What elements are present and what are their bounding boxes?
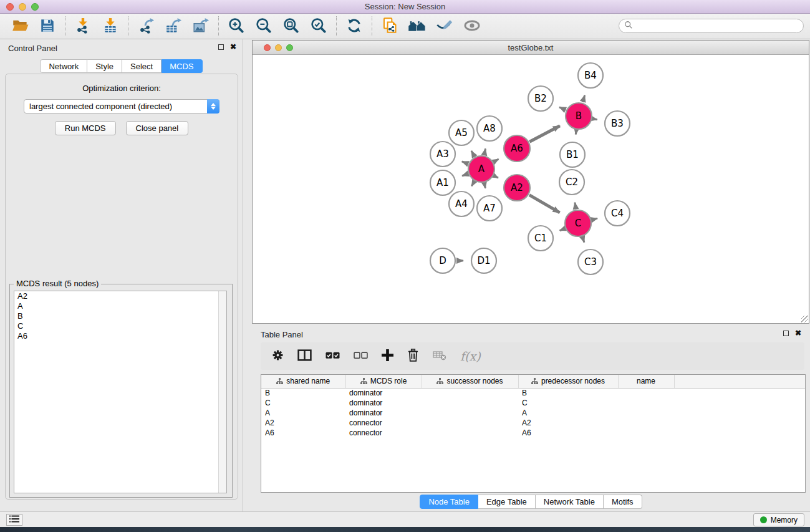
- edge-A-A6[interactable]: [494, 159, 499, 162]
- tab-node-table[interactable]: Node Table: [420, 495, 478, 509]
- delete-table-button[interactable]: [433, 351, 446, 362]
- export-image-button[interactable]: [187, 16, 215, 37]
- zoom-fit-button[interactable]: [277, 16, 305, 37]
- float-panel-icon[interactable]: [218, 44, 224, 50]
- edge-C-C2[interactable]: [575, 203, 576, 210]
- node-A4[interactable]: A4: [449, 191, 474, 216]
- edge-A-A2[interactable]: [494, 176, 498, 178]
- node-B2[interactable]: B2: [528, 86, 553, 111]
- node-C2[interactable]: C2: [559, 170, 584, 195]
- table-cell[interactable]: B: [261, 388, 345, 398]
- node-A7[interactable]: A7: [477, 196, 502, 221]
- edge-A-A8[interactable]: [485, 148, 486, 155]
- node-C4[interactable]: C4: [605, 201, 630, 226]
- table-row[interactable]: Cdominator41C: [261, 398, 805, 408]
- table-row[interactable]: A6connector11A6: [261, 428, 805, 438]
- close-panel-button[interactable]: Close panel: [126, 121, 189, 135]
- window-resize-grip[interactable]: [801, 316, 808, 322]
- table-cell[interactable]: C: [261, 398, 345, 408]
- edge-A6-B[interactable]: [529, 126, 560, 142]
- show-graphics-details-button[interactable]: [458, 16, 486, 37]
- tab-motifs[interactable]: Motifs: [604, 495, 642, 509]
- export-network-button[interactable]: [132, 16, 160, 37]
- table-cell[interactable]: C: [518, 398, 618, 408]
- edge-C-C4[interactable]: [592, 218, 597, 220]
- table-settings-button[interactable]: [272, 349, 284, 363]
- table-cell[interactable]: 1: [513, 414, 806, 424]
- search-input[interactable]: [633, 22, 789, 31]
- node-B3[interactable]: B3: [605, 111, 630, 136]
- edge-B-B4[interactable]: [582, 95, 584, 102]
- select-all-button[interactable]: [325, 352, 340, 361]
- network-canvas[interactable]: B4B2BB3A8A5A6B1A3AC2A1A2A4A7C4CC1C3DD1: [253, 55, 809, 323]
- table-cell[interactable]: dominator: [345, 388, 422, 398]
- column-header-MCDS-role[interactable]: MCDS role: [345, 375, 422, 388]
- function-builder-button[interactable]: f(x): [460, 349, 481, 363]
- show-panels-button[interactable]: [6, 514, 22, 526]
- edge-B-B2[interactable]: [559, 107, 566, 110]
- node-A1[interactable]: A1: [430, 170, 455, 195]
- tab-network[interactable]: Network: [40, 59, 87, 73]
- edge-A-A7[interactable]: [485, 183, 486, 188]
- network-window-titlebar[interactable]: testGlobe.txt: [253, 41, 809, 55]
- node-A5[interactable]: A5: [449, 120, 474, 145]
- table-cell[interactable]: A6: [518, 428, 618, 438]
- list-item[interactable]: B: [14, 311, 226, 321]
- node-A[interactable]: A: [468, 156, 494, 182]
- export-table-button[interactable]: [160, 16, 187, 37]
- houses-button[interactable]: [403, 16, 431, 37]
- edge-C-C1[interactable]: [560, 229, 565, 231]
- import-table-button[interactable]: [97, 16, 124, 37]
- zoom-out-button[interactable]: [250, 16, 277, 37]
- result-list-scrollbar[interactable]: [218, 291, 226, 493]
- edge-A2-C[interactable]: [529, 195, 560, 213]
- tab-mcds[interactable]: MCDS: [162, 59, 202, 73]
- node-B[interactable]: B: [566, 103, 592, 129]
- add-column-button[interactable]: [382, 349, 393, 363]
- table-cell[interactable]: dominator: [345, 408, 422, 418]
- edge-A-A1[interactable]: [462, 174, 468, 176]
- hide-graphics-details-button[interactable]: [431, 16, 458, 37]
- column-header-successor-nodes[interactable]: successor nodes: [422, 375, 518, 388]
- close-panel-icon[interactable]: ✖: [795, 330, 801, 336]
- table-cell[interactable]: A6: [261, 428, 345, 438]
- edge-B-B3[interactable]: [593, 118, 597, 119]
- close-panel-icon[interactable]: ✖: [230, 44, 236, 50]
- node-C3[interactable]: C3: [578, 249, 603, 274]
- duplicate-network-button[interactable]: [376, 16, 403, 37]
- table-cell[interactable]: dominator: [345, 398, 422, 408]
- edge-B-B1[interactable]: [576, 130, 576, 135]
- edge-C-C3[interactable]: [582, 237, 584, 243]
- delete-column-button[interactable]: [407, 349, 419, 364]
- criterion-dropdown[interactable]: largest connected component (directed): [24, 99, 219, 114]
- split-view-button[interactable]: [297, 349, 312, 363]
- node-B4[interactable]: B4: [578, 63, 603, 88]
- node-A6[interactable]: A6: [504, 135, 530, 162]
- mcds-result-list[interactable]: A2ABCA6: [14, 291, 227, 493]
- edge-A-A5[interactable]: [471, 151, 475, 157]
- list-item[interactable]: A: [14, 301, 226, 311]
- node-table[interactable]: shared nameMCDS rolesuccessor nodesprede…: [261, 374, 806, 493]
- table-cell[interactable]: A: [261, 408, 345, 418]
- open-session-button[interactable]: [6, 16, 34, 37]
- column-header-shared-name[interactable]: shared name: [261, 375, 345, 388]
- tab-edge-table[interactable]: Edge Table: [478, 495, 536, 509]
- save-session-button[interactable]: [34, 16, 61, 37]
- table-cell[interactable]: A2: [261, 418, 345, 428]
- list-item[interactable]: A6: [14, 331, 226, 341]
- table-cell[interactable]: B: [518, 388, 618, 398]
- list-item[interactable]: A2: [14, 291, 226, 301]
- zoom-in-button[interactable]: [223, 16, 250, 37]
- table-cell[interactable]: connector: [345, 418, 422, 428]
- node-D1[interactable]: D1: [471, 248, 496, 273]
- node-C1[interactable]: C1: [528, 226, 553, 251]
- node-A8[interactable]: A8: [477, 116, 502, 141]
- column-header-name[interactable]: name: [618, 375, 674, 388]
- list-item[interactable]: C: [14, 321, 226, 331]
- node-C[interactable]: C: [565, 210, 591, 236]
- tab-style[interactable]: Style: [87, 59, 122, 73]
- float-panel-icon[interactable]: [783, 331, 789, 336]
- table-cell[interactable]: connector: [345, 428, 422, 438]
- node-A2[interactable]: A2: [504, 175, 530, 201]
- import-network-button[interactable]: [69, 16, 97, 37]
